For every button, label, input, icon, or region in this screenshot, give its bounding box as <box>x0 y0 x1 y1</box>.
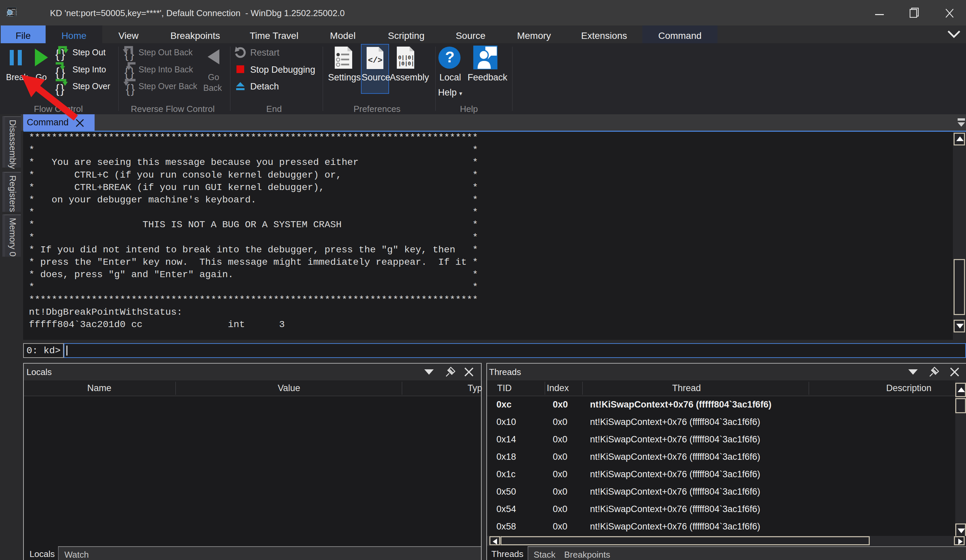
svg-text:</>: </> <box>368 56 383 65</box>
svg-text:|0|0|: |0|0| <box>398 61 414 67</box>
svg-text:}: } <box>61 82 64 96</box>
svg-text:}: } <box>130 65 134 79</box>
svg-text:{: { <box>55 82 59 96</box>
svg-text:?: ? <box>445 48 455 65</box>
svg-text:{: { <box>55 65 59 79</box>
svg-text:0||0|: 0||0| <box>398 55 414 61</box>
svg-text:}: } <box>131 82 135 96</box>
